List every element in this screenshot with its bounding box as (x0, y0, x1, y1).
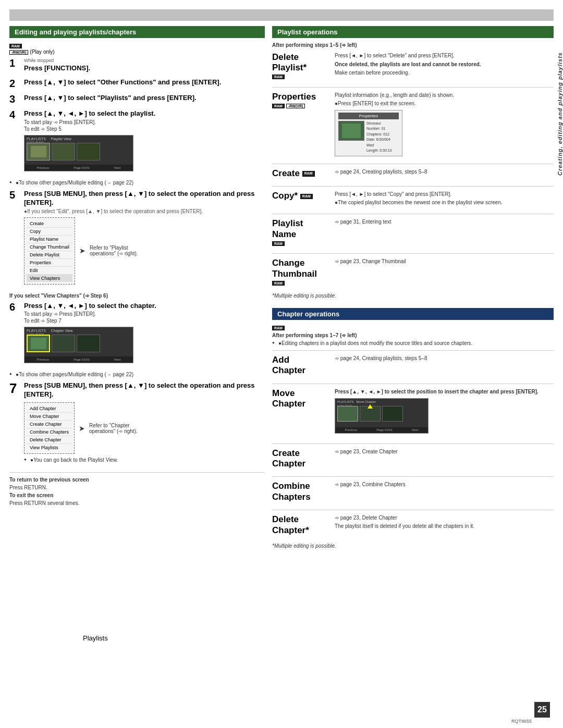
rwvr-badge: -RW(VR) (9, 50, 28, 55)
playlist-view-screenshot: PLAYLISTS Playlist View DVD-RAM Previou (24, 135, 133, 171)
menu-change-thumbnail: Change Thumbnail (27, 243, 72, 251)
menu-delete-playlist: Delete Playlist (27, 251, 72, 259)
step-6-text: Press [▲, ▼, ◄, ►] to select the chapter… (24, 302, 265, 311)
op-properties: Properties RAM -RW(VR) Playlist informat… (272, 92, 554, 156)
op-create-chapter-desc: ➾ page 23, Create Chapter (335, 448, 554, 455)
sep-ch-0 (272, 350, 554, 351)
menu-create: Create (27, 220, 72, 228)
ch-menu-add: Add Chapter (27, 405, 72, 413)
ch-menu-combine: Combine Chapters (27, 428, 72, 436)
op-change-thumbnail-title-text: ChangeThumbnail (272, 258, 329, 279)
right-column: Playlist operations After performing ste… (272, 26, 554, 549)
menu-properties: Properties (27, 259, 72, 267)
arrow-right-chapter-icon: ➤ (79, 424, 85, 433)
chapter-bullet-note: ●Editing chapters in a playlist does not… (272, 340, 554, 346)
properties-box-title: Properties (338, 113, 399, 119)
op-move-chapter-title: MoveChapter (272, 388, 329, 410)
step-7-popup-row: Add Chapter Move Chapter Create Chapter … (24, 402, 265, 454)
screenshot-thumbnails (27, 143, 100, 161)
step-5-menu: Create Copy Playlist Name Change Thumbna… (24, 217, 75, 285)
sep-ch-3 (272, 476, 554, 477)
op-delete-desc: Press [◄, ►] to select "Delete" and pres… (335, 52, 554, 77)
step-4-note-2: To edit ➾ Step 5 (24, 126, 265, 132)
op-create-title: Create RAM (272, 168, 329, 179)
step-2-content: Press [▲, ▼] to select "Other Functions"… (24, 78, 265, 87)
step-4: 4 Press [▲, ▼, ◄, ►] to select the playl… (9, 109, 265, 175)
menu-edit: Edit (27, 267, 72, 275)
ram-badge: RAM (9, 44, 22, 48)
step-1: 1 While stopped Press [FUNCTIONS]. (9, 58, 265, 73)
op-properties-title-text: Properties (272, 92, 329, 102)
op-delete-chapter-desc: ➾ page 23, Delete Chapter The playlist i… (335, 514, 554, 530)
op-combine-chapters-desc: ➾ page 23, Combine Chapters (335, 481, 554, 488)
op-create-chapter-title-text: CreateChapter (272, 448, 329, 470)
chapter-after-steps: After performing steps 1–7 (➾ left) (272, 332, 554, 338)
op-change-thumbnail-desc: ➾ page 23, Change Thumbnail (335, 258, 554, 265)
step-2: 2 Press [▲, ▼] to select "Other Function… (9, 78, 265, 89)
step-2-text: Press [▲, ▼] to select "Other Functions"… (24, 78, 265, 87)
op-combine-chapters: CombineChapters ➾ page 23, Combine Chapt… (272, 481, 554, 502)
sidebar-vertical-text: Creating, editing and playing playlists (557, 52, 563, 176)
view-chapters-note: If you select "View Chapters" (➾ Step 6) (9, 293, 265, 299)
change-thumb-ram-badge: RAM (272, 281, 285, 286)
menu-copy: Copy (27, 228, 72, 236)
model-number: RQT8655 (511, 719, 532, 724)
op-delete-title-text: DeletePlaylist* (272, 52, 329, 73)
arrow-right-icon: ➤ (79, 246, 85, 255)
left-section-header: Editing and playing playlists/chapters (9, 26, 265, 38)
chapter-view-screenshot: PLAYLISTS Chapter View DVD-RAM Previous (24, 327, 133, 363)
left-column: Editing and playing playlists/chapters R… (9, 26, 265, 549)
ch-menu-delete: Delete Chapter (27, 436, 72, 444)
chapter-menu-popup: Add Chapter Move Chapter Create Chapter … (24, 402, 75, 454)
sep-ch-2 (272, 443, 554, 444)
properties-ram-badge: RAM (272, 104, 285, 108)
chapter-ram-badge-row: RAM (272, 324, 554, 330)
left-header-text: Editing and playing playlists/chapters (15, 28, 136, 36)
bullet-note-1: ●To show other pages/Multiple editing (→… (9, 180, 265, 186)
op-create-chapter-title: CreateChapter (272, 448, 329, 470)
properties-rwvr-badge: -RW(VR) (286, 104, 305, 108)
step-7: 7 Press [SUB MENU], then press [▲, ▼] to… (9, 381, 265, 465)
step-6-note-2: To edit ➾ Step 7 (24, 318, 265, 324)
step-5-popup-row: Create Copy Playlist Name Change Thumbna… (24, 217, 265, 285)
sep-4 (272, 214, 554, 214)
op-playlist-name-title-text: PlaylistName (272, 218, 329, 240)
refer-text: Refer to "Playlist operations" (➾ right)… (90, 245, 152, 256)
step-6-note-1: To start play ➾ Press [ENTER]. (24, 311, 265, 317)
top-bar (9, 9, 554, 21)
bullet-note-3: ●You can go back to the Playlist View. (24, 457, 265, 463)
step-5: 5 Press [SUB MENU], then press [▲, ▼] to… (9, 190, 265, 288)
chapter-ops-section: Chapter operations RAM After performing … (272, 308, 554, 549)
op-copy-desc: Press [◄, ►] to select "Copy" and press … (335, 191, 554, 206)
copy-ram-badge: RAM (300, 194, 313, 199)
screenshot-nav-bar: Previous Page 01/01 Next (25, 165, 133, 171)
op-move-chapter-title-text: MoveChapter (272, 388, 329, 410)
op-create-title-text: Create RAM (272, 168, 329, 179)
move-chapter-screenshot: PLAYLISTS Move Chapter DVD-RAM (335, 398, 429, 434)
chapter-thumbnails (27, 335, 100, 352)
sep-ch-1 (272, 384, 554, 384)
chapter-ops-header: Chapter operations (272, 308, 554, 320)
step-3-text: Press [▲, ▼] to select "Playlists" and p… (24, 94, 265, 103)
menu-view-chapters: View Chapters (27, 275, 72, 282)
ch-menu-view-playlists: View Playlists (27, 444, 72, 451)
op-change-thumbnail-title: ChangeThumbnail RAM (272, 258, 329, 286)
sep-3 (272, 186, 554, 187)
exit-text: Press RETURN several times. (9, 500, 265, 506)
move-ch-nav: Previous Page 01/01 Next (335, 427, 428, 433)
step-3-number: 3 (9, 94, 20, 104)
playlist-ops-header: Playlist operations (272, 26, 554, 38)
footer-section: To return to the previous screen Press R… (9, 472, 265, 506)
playlist-menu-popup: Create Copy Playlist Name Change Thumbna… (24, 217, 75, 285)
playlist-name-ram-badge: RAM (272, 241, 285, 246)
step-3: 3 Press [▲, ▼] to select "Playlists" and… (9, 94, 265, 104)
op-add-chapter: AddChapter ➾ page 24, Creating playlists… (272, 355, 554, 376)
op-add-chapter-desc: ➾ page 24, Creating playlists, steps 5–8 (335, 355, 554, 362)
op-create-desc: ➾ page 24, Creating playlists, steps 5–8 (335, 168, 554, 176)
step-1-number: 1 (9, 58, 20, 68)
format-badges: RAM -RW(VR) (Play only) (9, 42, 265, 55)
op-playlist-name-desc: ➾ page 31, Entering text (335, 218, 554, 226)
return-label: To return to the previous screen (9, 477, 265, 483)
sep-ch-4 (272, 510, 554, 510)
op-move-chapter-desc: Press [▲, ▼, ◄, ►] to select the positio… (335, 388, 554, 436)
